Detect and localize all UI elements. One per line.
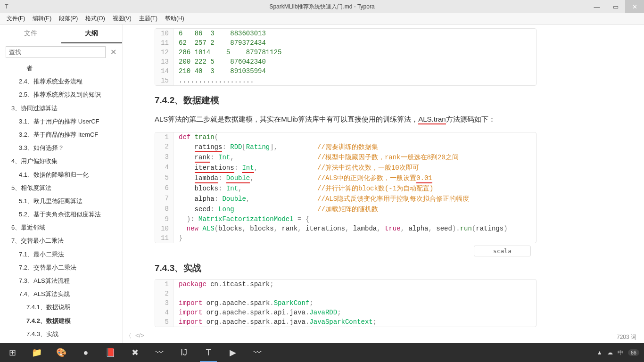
source-mode-icon[interactable]: </> [135,332,144,340]
taskbar-app[interactable]: 📕 [98,343,123,362]
heading-742: 7.4.2、数据建模 [155,94,537,107]
menu-item[interactable]: 编辑(E) [29,15,55,23]
menu-item[interactable]: 文件(F) [3,15,29,23]
tray-ime-pill[interactable]: 66 [628,349,639,356]
taskbar-app[interactable]: T [196,343,221,362]
word-count[interactable]: 7203 词 [617,333,636,341]
menu-item[interactable]: 视图(V) [109,15,135,23]
outline-item[interactable]: 7.1、最小二乘法 [0,248,122,261]
app-icon: T [0,3,13,10]
taskbar-app[interactable]: 〰 [147,343,172,362]
taskbar-app[interactable]: ▶ [221,343,245,362]
code-lang-tag[interactable]: scala [474,246,531,256]
code-block-train[interactable]: 1def train(2 ratings: RDD[Rating], //需要训… [155,132,537,243]
editor-content: 106 86 3 8836030131162 257 2 87937243412… [123,25,644,343]
outline-item[interactable]: 5、相似度算法 [0,181,122,195]
outline-item[interactable]: 7.2、交替最小二乘法 [0,261,122,274]
tray-ime-icon[interactable]: 中 [618,349,623,357]
minimize-button[interactable]: — [587,0,606,13]
sidebar-search-row: ✕ [0,43,122,62]
heading-743: 7.4.3、实战 [155,262,537,274]
taskbar-app[interactable]: ✖ [123,343,147,362]
outline-item[interactable]: 者 [0,62,122,75]
window-controls: — ▭ ✕ [587,0,644,13]
tray-cloud-icon[interactable]: ☁ [607,349,613,356]
taskbar-app[interactable]: IJ [172,343,196,362]
taskbar-app[interactable]: 📁 [25,343,49,362]
taskbar-app[interactable]: 〰 [245,343,270,362]
window-title: SparkMLlib推荐系统快速入门.md - Typora [0,3,644,11]
sidebar-tabs: 文件 大纲 [0,25,122,43]
windows-taskbar: ⊞📁🎨●📕✖〰IJT▶〰 ▲ ☁ 中 66 [0,343,644,362]
taskbar-app[interactable]: ● [74,343,98,362]
outline-item[interactable]: 7.4、ALS算法实战 [0,288,122,301]
paragraph-742: ALS算法的第二步就是数据建模，其实在MLlib算法库中有可以直接使用的训练算法… [155,113,537,125]
als-tran-underline: ALS.tran [418,115,446,124]
outline-item[interactable]: 7.4.3、实战 [0,328,122,341]
code-block-package[interactable]: 1package cn.itcast.spark;23import org.ap… [155,279,537,327]
editor-footer-icons: 〈 </> [125,332,144,340]
clear-search-icon[interactable]: ✕ [110,48,116,57]
outline-item[interactable]: 3.1、基于用户的推荐 UserCF [0,115,122,128]
menubar: 文件(F)编辑(E)段落(P)格式(O)视图(V)主题(T)帮助(H) [0,13,644,25]
sidebar: 文件 大纲 ✕ 者2.4、推荐系统业务流程2.5、推荐系统所涉及到的知识3、协同… [0,25,123,343]
maximize-button[interactable]: ▭ [606,0,625,13]
outline-item[interactable]: 2.5、推荐系统所涉及到的知识 [0,88,122,101]
outline-item[interactable]: 6、最近邻域 [0,221,122,234]
code-block-data[interactable]: 106 86 3 8836030131162 257 2 87937243412… [155,28,537,86]
menu-item[interactable]: 主题(T) [135,15,161,23]
outline-item[interactable]: 5.1、欧几里德距离算法 [0,195,122,208]
outline-item[interactable]: 7.3、ALS算法流程 [0,274,122,288]
tab-files[interactable]: 文件 [0,25,61,43]
nav-back-icon[interactable]: 〈 [125,332,132,340]
outline-item[interactable]: 3、协同过滤算法 [0,102,122,115]
search-input[interactable] [6,46,106,58]
menu-item[interactable]: 段落(P) [55,15,82,23]
outline-item[interactable]: 7、交替最小二乘法 [0,234,122,247]
menu-item[interactable]: 帮助(H) [161,15,188,23]
taskbar-app[interactable]: ⊞ [0,343,25,362]
window-titlebar: T SparkMLlib推荐系统快速入门.md - Typora — ▭ ✕ [0,0,644,13]
taskbar-app[interactable]: 🎨 [49,343,74,362]
outline-item[interactable]: 2.4、推荐系统业务流程 [0,75,122,88]
menu-item[interactable]: 格式(O) [82,15,108,23]
outline-item[interactable]: 7.4.2、数据建模 [0,314,122,328]
tray-arrow-icon[interactable]: ▲ [597,349,603,356]
outline-item[interactable]: 3.3、如何选择？ [0,141,122,155]
outline-item[interactable]: 5.2、基于夹角余弦相似度算法 [0,208,122,221]
outline-item[interactable]: 4、用户偏好收集 [0,155,122,168]
system-tray[interactable]: ▲ ☁ 中 66 [597,349,644,357]
close-button[interactable]: ✕ [625,0,644,13]
outline-item[interactable]: 7.4.1、数据说明 [0,301,122,314]
outline-item[interactable]: 3.2、基于商品的推荐 ItemCF [0,128,122,141]
tab-outline[interactable]: 大纲 [61,25,123,43]
outline-tree[interactable]: 者2.4、推荐系统业务流程2.5、推荐系统所涉及到的知识3、协同过滤算法3.1、… [0,62,122,343]
outline-item[interactable]: 4.1、数据的降噪和归一化 [0,168,122,181]
editor-scroll[interactable]: 106 86 3 8836030131162 257 2 87937243412… [123,25,644,343]
